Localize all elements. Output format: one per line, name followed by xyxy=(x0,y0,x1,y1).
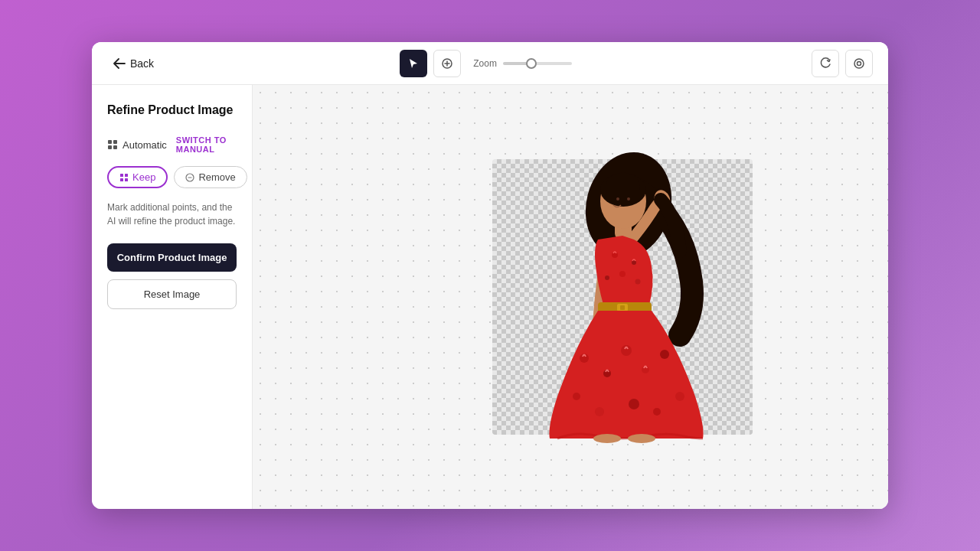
product-image-container xyxy=(492,159,753,435)
main-content: Refine Product Image Automatic SWITCH TO… xyxy=(92,85,888,509)
toolbar-right-actions xyxy=(812,50,873,77)
keep-button[interactable]: Keep xyxy=(107,166,168,188)
settings-icon xyxy=(853,57,865,70)
svg-point-21 xyxy=(612,252,618,258)
svg-rect-8 xyxy=(125,174,128,177)
svg-rect-28 xyxy=(620,305,625,310)
rotate-button[interactable] xyxy=(812,50,839,77)
svg-point-38 xyxy=(675,392,684,401)
remove-icon xyxy=(185,173,194,182)
svg-rect-9 xyxy=(120,178,123,181)
action-pills: Keep Remove xyxy=(107,166,237,188)
mode-label: Automatic xyxy=(122,139,167,151)
zoom-control: Zoom xyxy=(473,58,572,69)
svg-point-2 xyxy=(858,61,861,65)
svg-point-1 xyxy=(854,59,864,68)
svg-rect-4 xyxy=(113,140,117,144)
svg-point-37 xyxy=(653,408,661,416)
svg-point-40 xyxy=(628,434,655,443)
svg-point-17 xyxy=(627,197,630,201)
svg-point-23 xyxy=(619,271,626,277)
automatic-label: Automatic xyxy=(107,139,167,151)
toolbar: Back Zoom xyxy=(92,42,888,85)
switch-manual-button[interactable]: SWITCH TO MANUAL xyxy=(176,135,237,154)
sidebar: Refine Product Image Automatic SWITCH TO… xyxy=(92,85,253,509)
canvas-area[interactable] xyxy=(253,85,888,509)
mode-row: Automatic SWITCH TO MANUAL xyxy=(107,135,237,154)
svg-point-25 xyxy=(635,279,641,285)
reset-button[interactable]: Reset Image xyxy=(107,279,237,309)
svg-rect-6 xyxy=(113,145,117,149)
back-label: Back xyxy=(130,57,154,70)
main-window: Back Zoom xyxy=(92,42,888,509)
settings-button[interactable] xyxy=(845,50,873,77)
hint-text: Mark additional points, and the AI will … xyxy=(107,201,237,228)
svg-point-39 xyxy=(593,434,621,443)
svg-rect-7 xyxy=(120,174,123,177)
keep-icon xyxy=(119,173,129,182)
svg-point-36 xyxy=(629,399,639,409)
sidebar-title: Refine Product Image xyxy=(107,103,237,117)
zoom-slider[interactable] xyxy=(503,62,572,65)
auto-icon xyxy=(107,139,118,150)
cursor-tool-button[interactable] xyxy=(400,50,427,77)
rotate-icon xyxy=(819,57,831,70)
zoom-label: Zoom xyxy=(473,58,497,69)
cursor-icon xyxy=(407,57,420,70)
remove-button[interactable]: Remove xyxy=(174,166,247,188)
product-image xyxy=(515,144,730,450)
eraser-tool-button[interactable] xyxy=(433,50,461,77)
eraser-icon xyxy=(441,57,453,70)
confirm-button[interactable]: Confirm Product Image xyxy=(107,243,237,272)
svg-point-33 xyxy=(660,350,669,359)
toolbar-tools: Zoom xyxy=(400,50,572,77)
back-button[interactable]: Back xyxy=(107,54,160,73)
svg-point-34 xyxy=(573,393,580,400)
svg-rect-3 xyxy=(108,140,112,144)
svg-rect-10 xyxy=(125,178,128,181)
svg-point-35 xyxy=(595,407,604,416)
svg-point-24 xyxy=(605,276,609,280)
svg-rect-5 xyxy=(108,145,112,149)
svg-point-16 xyxy=(616,197,619,201)
woman-illustration xyxy=(515,144,730,450)
back-arrow-icon xyxy=(113,58,126,69)
